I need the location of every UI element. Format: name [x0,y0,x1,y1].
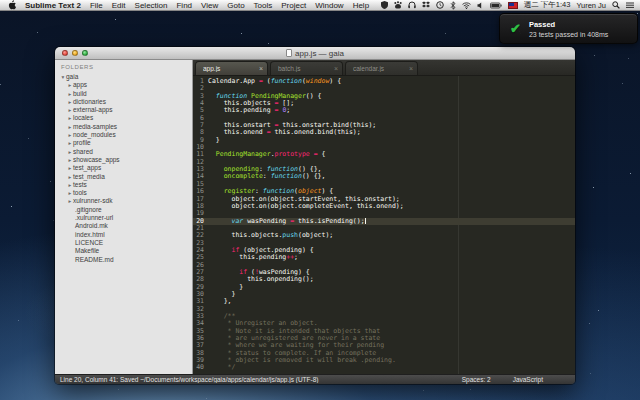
zoom-button[interactable] [82,50,88,56]
tree-item-tests[interactable]: ▸tests [55,181,192,189]
tree-item-showcase_apps[interactable]: ▸showcase_apps [55,156,192,164]
menubar-clock[interactable]: 週二 下午1:43 [524,0,571,10]
apple-icon[interactable] [8,0,16,10]
code-line-31[interactable]: 31 }, [193,298,575,305]
tree-item-label: locales [73,114,93,122]
code-line-11[interactable]: 11 PendingManager.prototype = { [193,151,575,158]
notification-toast[interactable]: ✔ Passed 23 tests passed in 408ms [499,13,638,44]
tree-item-label: showcase_apps [73,156,120,164]
wifi-icon[interactable] [462,2,471,9]
check-icon: ✔ [500,21,529,36]
code-editor[interactable]: 1Calendar.App = (function(window) {23 fu… [193,76,575,374]
paw-icon[interactable] [394,1,402,9]
code-line-20[interactable]: 20 var wasPending = this.isPending(); [193,218,575,225]
code-line-18[interactable]: 18 object.on(object.completeEvent, this.… [193,203,575,210]
tree-item-Android.mk[interactable]: Android.mk [55,222,192,230]
code-line-1[interactable]: 1Calendar.App = (function(window) { [193,78,575,85]
code-line-25[interactable]: 25 this.pending++; [193,254,575,261]
title-bar[interactable]: app.js — gaia [55,47,575,60]
code-line-14[interactable]: 14 oncomplete: function() {}, [193,173,575,180]
close-button[interactable] [62,50,68,56]
menu-item-view[interactable]: View [201,1,218,10]
menu-item-app[interactable]: Sublime Text 2 [25,1,81,10]
code-line-22[interactable]: 22 this.objects.push(object); [193,232,575,239]
bluetooth-icon[interactable] [450,1,456,10]
menu-item-window[interactable]: Window [315,1,343,10]
menu-item-project[interactable]: Project [281,1,306,10]
line-content: var wasPending = this.isPending(); [208,218,366,225]
tree-item-index.html[interactable]: index.html [55,231,192,239]
code-line-39[interactable]: 39 * object is removed it will break .pe… [193,357,575,364]
line-content: object.on(object.completeEvent, this.one… [208,203,404,210]
notification-center-icon[interactable] [626,2,634,9]
line-content: Calendar.App = (function(window) { [208,78,341,85]
tree-item-label: apps [73,81,87,89]
volume-icon[interactable] [477,2,484,9]
code-line-32[interactable]: 32 [193,306,575,313]
code-line-40[interactable]: 40 */ [193,364,575,371]
line-content: this.pending++; [208,254,298,261]
tree-item-Makefile[interactable]: Makefile [55,247,192,255]
tree-item-label: node_modules [73,131,116,139]
menu-item-find[interactable]: Find [176,1,192,10]
window-title-area: app.js — gaia [55,49,575,58]
tab-app-js[interactable]: app.js× [195,61,268,75]
line-content: } [208,137,220,144]
input-flag-icon[interactable] [508,2,518,9]
headphones-icon[interactable] [408,1,416,9]
tree-item-label: Makefile [75,247,99,255]
menu-item-selection[interactable]: Selection [135,1,168,10]
tree-item-xulrunner-url[interactable]: .xulrunner-url [55,214,192,222]
code-line-30[interactable]: 30 } [193,291,575,298]
menu-item-goto[interactable]: Goto [227,1,244,10]
tree-item-LICENCE[interactable]: LICENCE [55,239,192,247]
tree-item-label: shared [73,148,93,156]
window-title: app.js — gaia [295,49,344,58]
code-line-8[interactable]: 8 this.onend = this.onend.bind(this); [193,129,575,136]
line-content: this.objects.push(object); [208,232,333,239]
tree-item-profile[interactable]: ▸profile [55,139,192,147]
tree-item-label: .gitignore [75,206,102,214]
tree-item-test_media[interactable]: ▸test_media [55,173,192,181]
syntax-indicator[interactable]: JavaScript [513,376,543,383]
tree-item-shared[interactable]: ▸shared [55,148,192,156]
menubar-username[interactable]: Yuren Ju [576,1,606,10]
tree-item-node_modules[interactable]: ▸node_modules [55,131,192,139]
tree-item-gaia[interactable]: ▾gaia [55,73,192,81]
minimize-button[interactable] [72,50,78,56]
tree-item-label: gaia [66,73,78,81]
tree-item-tools[interactable]: ▸tools [55,189,192,197]
spotlight-icon[interactable] [612,1,620,9]
spaces-indicator[interactable]: Spaces: 2 [462,376,491,383]
tab-close-icon[interactable]: × [331,65,338,72]
code-line-29[interactable]: 29 } [193,284,575,291]
tree-item-locales[interactable]: ▸locales [55,114,192,122]
menu-bar: Sublime Text 2 FileEditSelectionFindView… [0,0,640,11]
tab-batch-js[interactable]: batch.js× [270,61,343,75]
battery-icon[interactable] [490,2,502,9]
line-content: */ [208,364,235,371]
tab-close-icon[interactable]: × [256,65,263,72]
menu-item-file[interactable]: File [90,1,103,10]
tab-close-icon[interactable]: × [406,65,413,72]
tree-item-apps[interactable]: ▸apps [55,81,192,89]
tree-item-README.md[interactable]: README.md [55,256,192,264]
tree-item-xulrunner-sdk[interactable]: ▸xulrunner-sdk [55,197,192,205]
tree-item-media-samples[interactable]: ▸media-samples [55,123,192,131]
shield-icon[interactable] [381,1,388,9]
code-line-5[interactable]: 5 this.pending = 0; [193,107,575,114]
tree-item-build[interactable]: ▸build [55,90,192,98]
tree-item-gitignore[interactable]: .gitignore [55,206,192,214]
dropbox-icon[interactable] [422,1,430,9]
tree-item-dictionaries[interactable]: ▸dictionaries [55,98,192,106]
menu-item-help[interactable]: Help [353,1,369,10]
menu-item-tools[interactable]: Tools [254,1,273,10]
tree-item-test_apps[interactable]: ▸test_apps [55,164,192,172]
tree-item-external-apps[interactable]: ▸external-apps [55,106,192,114]
tree-item-label: profile [73,139,91,147]
code-line-28[interactable]: 28 this.onpending(); [193,276,575,283]
code-line-9[interactable]: 9 } [193,137,575,144]
time-machine-icon[interactable] [436,1,444,9]
tab-calendar-js[interactable]: calendar.js× [345,61,418,75]
menu-item-edit[interactable]: Edit [112,1,126,10]
